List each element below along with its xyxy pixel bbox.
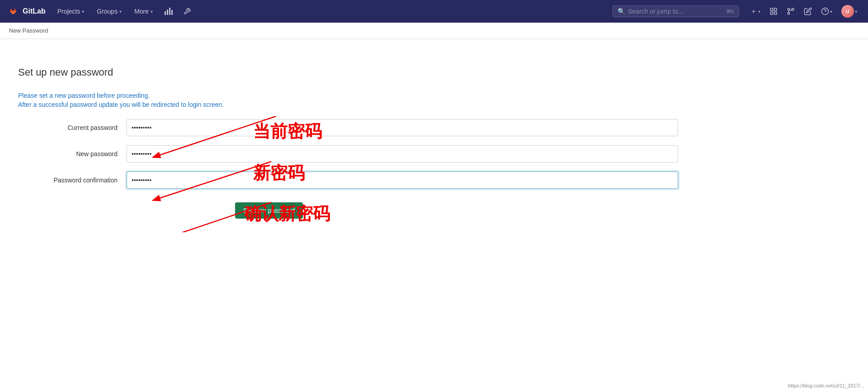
new-password-row: New password bbox=[18, 145, 678, 163]
svg-rect-2 bbox=[169, 8, 170, 15]
create-chevron-icon: ▾ bbox=[758, 9, 760, 14]
password-confirmation-input[interactable] bbox=[127, 172, 678, 189]
projects-chevron-icon: ▾ bbox=[82, 9, 84, 14]
page-title: Set up new password bbox=[18, 67, 678, 78]
nav-more[interactable]: More ▾ bbox=[130, 5, 157, 18]
create-new-button[interactable]: ＋ ▾ bbox=[746, 4, 764, 19]
user-chevron-icon: ▾ bbox=[855, 9, 857, 14]
current-password-row: Current password bbox=[18, 119, 678, 136]
info-line2: After a successful password update you w… bbox=[18, 101, 678, 108]
groups-chevron-icon: ▾ bbox=[119, 9, 122, 14]
svg-rect-7 bbox=[770, 12, 773, 14]
search-bar[interactable]: 🔍 ⌘K bbox=[613, 5, 739, 17]
form-section: Please set a new password before proceed… bbox=[18, 92, 678, 219]
search-shortcut: ⌘K bbox=[726, 9, 734, 14]
nav-projects[interactable]: Projects ▾ bbox=[53, 5, 89, 18]
todo-icon[interactable] bbox=[766, 5, 781, 18]
merge-requests-icon[interactable] bbox=[783, 5, 798, 18]
confirmation-label: Password confirmation bbox=[18, 177, 127, 184]
set-new-password-button[interactable]: Set new password bbox=[235, 202, 303, 219]
current-password-input[interactable] bbox=[127, 119, 678, 136]
analytics-icon[interactable] bbox=[161, 5, 176, 18]
navbar-right-icons: ＋ ▾ ▾ U ▾ bbox=[746, 2, 861, 20]
svg-rect-4 bbox=[770, 8, 773, 10]
avatar: U bbox=[841, 5, 854, 18]
svg-rect-6 bbox=[774, 12, 777, 14]
new-password-input[interactable] bbox=[127, 145, 678, 163]
breadcrumb: New Password bbox=[0, 23, 868, 39]
navbar: GitLab Projects ▾ Groups ▾ More ▾ 🔍 ⌘K ＋… bbox=[0, 0, 868, 23]
gitlab-logo-icon bbox=[7, 5, 19, 17]
more-chevron-icon: ▾ bbox=[151, 9, 153, 14]
brand-name: GitLab bbox=[23, 7, 46, 15]
user-avatar-button[interactable]: U ▾ bbox=[838, 2, 861, 20]
svg-rect-1 bbox=[167, 10, 168, 15]
issues-icon[interactable] bbox=[800, 5, 816, 18]
search-input[interactable] bbox=[628, 8, 723, 15]
page-content: Set up new password Please set a new pas… bbox=[0, 53, 696, 232]
search-icon: 🔍 bbox=[618, 8, 625, 15]
brand-link[interactable]: GitLab bbox=[7, 5, 46, 17]
info-line1: Please set a new password before proceed… bbox=[18, 92, 678, 99]
svg-rect-5 bbox=[774, 8, 777, 10]
svg-point-10 bbox=[792, 8, 794, 10]
svg-rect-0 bbox=[165, 11, 166, 15]
wrench-icon[interactable] bbox=[180, 5, 194, 18]
svg-rect-3 bbox=[171, 10, 173, 15]
help-chevron-icon: ▾ bbox=[830, 9, 832, 14]
password-confirmation-row: Password confirmation bbox=[18, 172, 678, 189]
current-password-label: Current password bbox=[18, 124, 127, 131]
svg-point-9 bbox=[788, 12, 790, 14]
new-password-label: New password bbox=[18, 150, 127, 158]
help-icon[interactable]: ▾ bbox=[817, 5, 836, 18]
nav-groups[interactable]: Groups ▾ bbox=[92, 5, 126, 18]
